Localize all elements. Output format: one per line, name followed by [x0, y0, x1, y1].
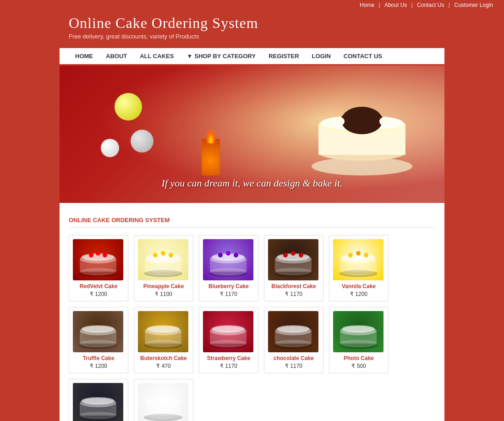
svg-point-58 — [80, 340, 116, 347]
svg-point-73 — [275, 340, 312, 347]
nav-login[interactable]: LOGIN — [306, 48, 337, 64]
product-price: ₹ 1170 — [268, 291, 319, 297]
product-name: chocolate Cake — [268, 355, 319, 361]
svg-point-63 — [145, 340, 181, 347]
svg-point-88 — [145, 412, 181, 419]
svg-point-28 — [153, 253, 158, 257]
decoration-ball-1 — [115, 93, 142, 120]
decoration-ball-3 — [101, 139, 119, 157]
product-name: Strawberry Cake — [203, 355, 254, 361]
svg-point-84 — [82, 397, 115, 405]
svg-point-13 — [325, 120, 334, 128]
svg-point-20 — [89, 253, 93, 257]
product-card[interactable]: Heart Cake₹ 250 — [69, 379, 128, 421]
products-section: ONLINE CAKE ORDERING SYSTEM RedVelvt Cak… — [60, 208, 444, 421]
product-image — [138, 383, 188, 421]
product-image — [73, 239, 123, 280]
product-image — [203, 239, 253, 280]
product-card[interactable]: Blackforest Cake₹ 1170 — [264, 235, 323, 301]
product-price: ₹ 1170 — [203, 291, 254, 297]
about-top-link[interactable]: About Us — [384, 2, 407, 8]
product-name: Buterskotch Cake — [138, 355, 189, 361]
product-name: Vannila Cake — [333, 283, 384, 290]
nav-shop-by-category[interactable]: ▼ SHOP BY CATEGORY — [180, 48, 262, 64]
product-image — [203, 311, 253, 352]
svg-point-26 — [145, 268, 181, 275]
svg-point-74 — [277, 325, 310, 333]
product-price: ₹ 1100 — [138, 291, 189, 297]
product-name: Blueberry Cake — [203, 283, 254, 290]
product-card[interactable]: Carrot Cake₹ 450 — [134, 379, 193, 421]
dropdown-arrow-icon: ▼ — [186, 53, 192, 60]
svg-point-83 — [80, 412, 116, 419]
svg-point-50 — [340, 268, 377, 275]
svg-point-46 — [299, 253, 303, 257]
svg-point-45 — [291, 251, 296, 256]
product-name: Blackforest Cake — [268, 283, 319, 290]
product-card[interactable]: Blueberry Cake₹ 1170 — [199, 235, 258, 301]
svg-point-79 — [342, 325, 375, 333]
hero-cake-svg — [307, 70, 417, 180]
hero-tagline: If you can dream it, we can design & bak… — [161, 177, 342, 189]
home-top-link[interactable]: Home — [360, 2, 374, 8]
top-bar: Home | About Us | Contact Us | Customer … — [0, 0, 504, 10]
svg-point-89 — [147, 397, 180, 405]
product-card[interactable]: Buterskotch Cake₹ 470 — [134, 307, 193, 373]
product-card[interactable]: chocolate Cake₹ 1170 — [264, 307, 323, 373]
product-image — [138, 239, 188, 280]
svg-point-18 — [80, 268, 116, 275]
svg-point-12 — [379, 117, 390, 126]
product-name: Truffle Cake — [73, 355, 124, 361]
svg-point-69 — [212, 325, 245, 333]
product-card[interactable]: Pineapple Cake₹ 1100 — [134, 235, 193, 301]
product-image — [138, 311, 188, 352]
product-price: ₹ 1170 — [268, 363, 319, 369]
svg-point-38 — [234, 253, 238, 257]
product-price: ₹ 470 — [138, 363, 189, 369]
svg-point-21 — [96, 251, 100, 256]
nav-register[interactable]: REGISTER — [262, 48, 305, 64]
svg-point-53 — [356, 251, 361, 256]
svg-point-36 — [218, 253, 223, 257]
svg-point-78 — [340, 340, 377, 347]
nav-all-cakes[interactable]: ALL CAKES — [133, 48, 180, 64]
product-card[interactable]: Truffle Cake₹ 1200 — [69, 307, 128, 373]
nav-contact[interactable]: CONTACT US — [337, 48, 389, 64]
site-subtitle: Free delivery, great discounts, variety … — [69, 33, 435, 40]
product-image — [73, 383, 123, 421]
svg-point-30 — [169, 253, 173, 257]
svg-point-14 — [389, 120, 399, 128]
product-card[interactable]: Strawberry Cake₹ 1170 — [199, 307, 258, 373]
product-image — [333, 311, 383, 352]
svg-point-42 — [275, 268, 312, 275]
svg-point-29 — [161, 251, 165, 256]
svg-point-37 — [226, 251, 230, 256]
product-image — [268, 239, 318, 280]
contact-top-link[interactable]: Contact Us — [417, 2, 444, 8]
product-card[interactable]: Photo Cake₹ 500 — [329, 307, 389, 373]
product-price: ₹ 1170 — [203, 363, 254, 369]
svg-point-68 — [210, 340, 247, 347]
product-grid: RedVelvt Cake₹ 1200 Pineapple Cake₹ 1100… — [69, 235, 435, 421]
product-price: ₹ 1200 — [73, 363, 124, 369]
customer-login-top-link[interactable]: Customer Login — [454, 2, 493, 8]
decoration-ball-2 — [131, 130, 153, 153]
product-image — [73, 311, 123, 352]
svg-point-52 — [348, 253, 353, 257]
product-name: RedVelvt Cake — [73, 283, 124, 290]
site-title: Online Cake Ordering System — [69, 15, 435, 32]
svg-point-59 — [82, 325, 115, 333]
product-name: Pineapple Cake — [138, 283, 189, 290]
product-price: ₹ 1200 — [73, 291, 124, 297]
nav-home[interactable]: HOME — [69, 48, 99, 64]
product-card[interactable]: Vannila Cake₹ 1200 — [329, 235, 389, 301]
svg-point-64 — [147, 325, 180, 333]
product-name: Photo Cake — [333, 355, 384, 361]
main-nav: HOME ABOUT ALL CAKES ▼ SHOP BY CATEGORY … — [60, 47, 444, 66]
hero-banner: If you can dream it, we can design & bak… — [60, 66, 444, 203]
svg-point-34 — [210, 268, 247, 275]
nav-about[interactable]: ABOUT — [99, 48, 133, 64]
product-card[interactable]: RedVelvt Cake₹ 1200 — [69, 235, 128, 301]
product-price: ₹ 1200 — [333, 291, 384, 297]
svg-point-44 — [283, 253, 288, 257]
